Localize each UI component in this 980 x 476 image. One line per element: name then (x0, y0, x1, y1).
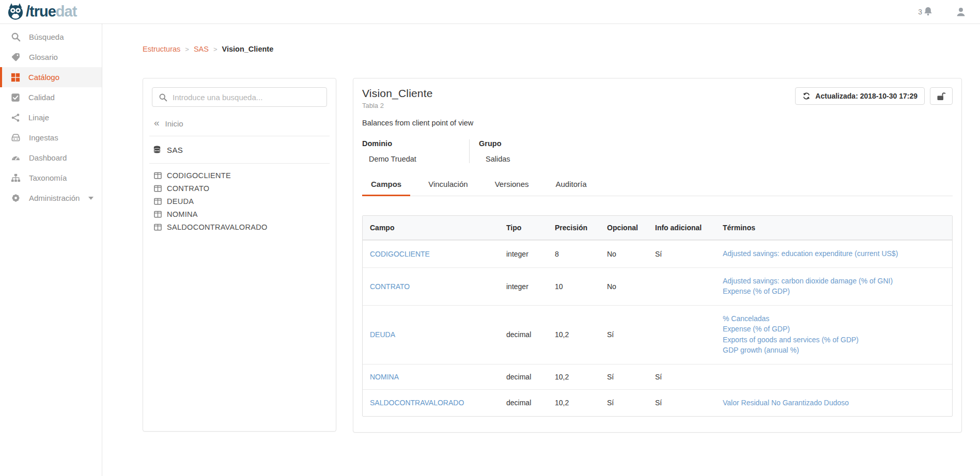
sidebar-item-glosario[interactable]: Glosario (0, 47, 102, 67)
structure-detail-panel: Vision_Cliente Tabla 2 Actualizada: 2018… (353, 78, 962, 433)
chevron-down-icon (88, 196, 94, 200)
tree-search-input[interactable] (173, 93, 320, 102)
cell-tipo: integer (499, 274, 548, 299)
tab-auditoria[interactable]: Auditoría (547, 180, 596, 196)
double-chevron-left-icon: « (154, 118, 160, 128)
sidebar-item-calidad[interactable]: Calidad (0, 87, 102, 107)
cell-info-adicional: Sí (648, 364, 715, 389)
cell-tipo: decimal (499, 322, 548, 347)
breadcrumb-separator: > (185, 45, 189, 53)
tree-back-button[interactable]: « Inicio (143, 116, 336, 131)
tree-item-deuda[interactable]: DEUDA (143, 195, 336, 208)
gear-icon (11, 193, 21, 203)
term-link[interactable]: GDP growth (annual %) (723, 345, 948, 356)
notification-count: 3 (918, 8, 922, 16)
cell-precision: 10,2 (548, 390, 600, 415)
column-header-campo: Campo (363, 216, 499, 240)
term-link[interactable]: % Canceladas (723, 314, 948, 324)
tree-item-nomina[interactable]: NOMINA (143, 208, 336, 220)
cell-info-adicional: Sí (648, 242, 715, 266)
confidentiality-toggle-button[interactable] (930, 87, 953, 105)
field-link[interactable]: CONTRATO (370, 282, 410, 291)
tab-campos[interactable]: Campos (362, 180, 410, 196)
field-link[interactable]: CODIGOCLIENTE (370, 250, 430, 258)
cell-tipo: integer (499, 242, 548, 266)
breadcrumb-current: Vision_Cliente (222, 45, 274, 53)
table-row: NOMINA decimal 10,2 Sí Sí (363, 364, 952, 389)
sidebar-item-catalogo[interactable]: Catálogo (0, 67, 102, 87)
breadcrumb-sas[interactable]: SAS (194, 45, 209, 53)
sidebar-item-label: Búsqueda (29, 33, 64, 41)
cell-terminos (715, 369, 952, 385)
tree-item-label: CONTRATO (167, 184, 209, 193)
database-icon (153, 146, 161, 154)
cell-precision: 10 (548, 274, 600, 299)
refresh-updated-button[interactable]: Actualizada: 2018-10-30 17:29 (795, 87, 925, 105)
sidebar-item-taxonomia[interactable]: Taxonomía (0, 168, 102, 188)
cell-precision: 10,2 (548, 322, 600, 347)
tree-system-sas[interactable]: SAS (143, 141, 336, 158)
divider (149, 163, 330, 164)
tree-back-label: Inicio (165, 119, 183, 128)
term-link[interactable]: Adjusted savings: education expenditure … (723, 249, 948, 259)
table-row: CONTRATO integer 10 No Adjusted savings:… (363, 267, 952, 305)
sidebar-item-busqueda[interactable]: Búsqueda (0, 27, 102, 47)
cell-tipo: decimal (499, 364, 548, 389)
cell-terminos: % Canceladas Expense (% of GDP) Exports … (715, 306, 952, 364)
table-icon (154, 172, 162, 179)
tree-item-contrato[interactable]: CONTRATO (143, 182, 336, 195)
sidebar-item-ingestas[interactable]: Ingestas (0, 128, 102, 148)
sitemap-icon (11, 173, 21, 183)
structure-tree-panel: « Inicio SAS CODIGOCLIENTE CONTRATO (143, 78, 336, 432)
cell-info-adicional: Sí (648, 390, 715, 415)
bell-icon (923, 6, 934, 17)
sidebar-item-linaje[interactable]: Linaje (0, 107, 102, 128)
field-link[interactable]: SALDOCONTRAVALORADO (370, 399, 464, 407)
domain-value: Demo Truedat (362, 155, 469, 163)
notifications-button[interactable]: 3 (918, 6, 934, 17)
domain-label: Dominio (362, 139, 469, 148)
sidebar-item-dashboard[interactable]: Dashboard (0, 148, 102, 168)
share-icon (11, 113, 20, 122)
cell-terminos: Adjusted savings: carbon dioxide damage … (715, 268, 952, 305)
term-link[interactable]: Expense (% of GDP) (723, 324, 948, 335)
sidebar-item-label: Calidad (28, 93, 55, 102)
sidebar-item-label: Taxonomía (29, 173, 67, 182)
term-link[interactable]: Valor Residual No Garantizado Dudoso (723, 398, 948, 408)
structure-description: Balances from client point of view (362, 119, 953, 127)
tree-item-codigocliente[interactable]: CODIGOCLIENTE (143, 169, 336, 182)
term-link[interactable]: Adjusted savings: carbon dioxide damage … (723, 276, 948, 287)
gauge-icon (11, 153, 21, 163)
tree-search-box (152, 87, 327, 107)
cell-terminos: Adjusted savings: education expenditure … (715, 241, 952, 267)
column-header-terminos: Términos (715, 216, 952, 240)
top-bar: /truedat 3 (0, 0, 980, 24)
term-link[interactable]: Exports of goods and services (% of GDP) (723, 335, 948, 345)
table-icon (154, 211, 162, 218)
tab-vinculacion[interactable]: Vinculación (419, 180, 476, 196)
cell-precision: 10,2 (548, 364, 600, 389)
table-icon (154, 224, 162, 231)
tab-versiones[interactable]: Versiones (486, 180, 538, 196)
column-header-info-adicional: Info adicional (648, 216, 715, 240)
tree-item-saldocontravalorado[interactable]: SALDOCONTRAVALORADO (143, 220, 336, 233)
sidebar-item-administracion[interactable]: Administración (0, 188, 102, 208)
field-link[interactable]: NOMINA (370, 373, 399, 381)
refresh-icon (802, 92, 811, 100)
term-link[interactable]: Expense (% of GDP) (723, 287, 948, 297)
sidebar-item-label: Dashboard (29, 153, 67, 162)
group-label: Grupo (479, 139, 510, 148)
detail-tabs: Campos Vinculación Versiones Auditoría (362, 180, 953, 196)
user-menu-button[interactable] (955, 6, 967, 18)
tree-item-label: NOMINA (167, 210, 198, 218)
truedat-logo[interactable]: /truedat (6, 3, 76, 21)
group-value: Salidas (479, 155, 510, 163)
table-header-row: Campo Tipo Precisión Opcional Info adici… (363, 216, 952, 240)
search-icon (11, 32, 21, 42)
sidebar-item-label: Administración (29, 194, 80, 202)
sidebar-item-label: Linaje (28, 113, 49, 122)
cell-terminos: Valor Residual No Garantizado Dudoso (715, 390, 952, 417)
field-link[interactable]: DEUDA (370, 330, 395, 339)
column-header-opcional: Opcional (600, 216, 648, 240)
breadcrumb-estructuras[interactable]: Estructuras (143, 45, 180, 53)
